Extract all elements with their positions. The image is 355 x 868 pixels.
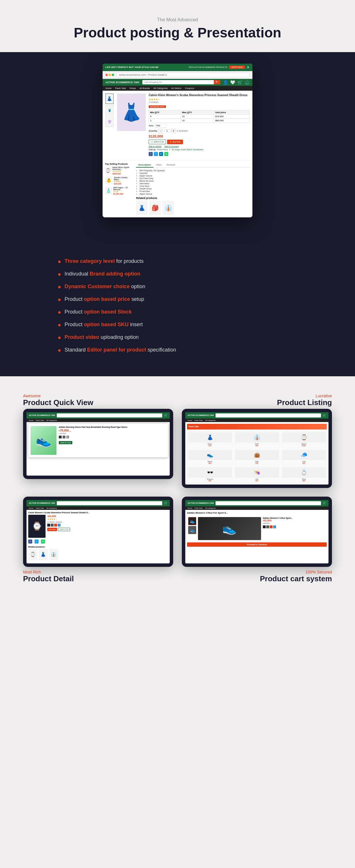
detail-rel-1[interactable]: ⌚ bbox=[28, 549, 37, 560]
linkedin-icon[interactable]: in bbox=[159, 152, 163, 156]
nav-categories[interactable]: All Categories bbox=[153, 87, 168, 90]
thumb-2[interactable]: 🩱 bbox=[106, 105, 114, 116]
quick-view-mainlabel: Product Quick View bbox=[23, 398, 173, 407]
compare-icon[interactable]: ⚖️ bbox=[245, 80, 249, 85]
cart-swatch-4[interactable] bbox=[273, 525, 276, 528]
top-product-price-3: $1,500,000 bbox=[113, 193, 134, 195]
list-item-4[interactable]: 👟 Shoes $65 bbox=[187, 449, 233, 465]
feature-after-7: uploading option bbox=[100, 334, 139, 340]
related-2[interactable]: 🎒 bbox=[149, 201, 161, 215]
tab-video[interactable]: Video bbox=[154, 163, 164, 167]
swatch-1[interactable] bbox=[59, 436, 62, 438]
cart-thumb-1[interactable]: 👟 bbox=[188, 517, 196, 525]
search-input[interactable] bbox=[142, 80, 214, 84]
list-item-7[interactable]: 🕶️ Glasses $55 bbox=[187, 466, 233, 483]
browser-nav-bar bbox=[102, 71, 253, 79]
cart-thumb-2[interactable]: 👟 bbox=[188, 526, 196, 534]
list-item-1[interactable]: 👗 Dress $25 bbox=[187, 431, 233, 448]
detail-wa[interactable]: w bbox=[41, 539, 45, 544]
browser-dots bbox=[106, 74, 114, 76]
shop-now-button[interactable]: SHOP NOW bbox=[229, 66, 245, 69]
feature-text-5: Product option based Stock bbox=[64, 308, 132, 315]
list-item-3[interactable]: ⌚ Watch $120 bbox=[281, 431, 327, 448]
nav-brands[interactable]: All Brands bbox=[140, 87, 150, 90]
list-item-9[interactable]: 💍 Ring $90 bbox=[281, 466, 327, 483]
expand-dot[interactable] bbox=[112, 74, 114, 76]
facebook-icon[interactable]: f bbox=[149, 152, 153, 156]
wishlist-icon[interactable]: 🤍 bbox=[230, 80, 235, 85]
detail-rel-3[interactable]: 👔 bbox=[49, 549, 58, 560]
cart-swatch-2[interactable] bbox=[266, 525, 269, 528]
list-item-8[interactable]: 👒 Hat $20 bbox=[234, 466, 280, 483]
swatch-3[interactable] bbox=[66, 436, 69, 438]
thumb-1[interactable]: 👗 bbox=[106, 94, 114, 104]
search-button[interactable]: 🔍 bbox=[214, 80, 220, 84]
nav-shops[interactable]: Shops bbox=[129, 87, 136, 90]
nav-coupons[interactable]: Coupons bbox=[185, 87, 194, 90]
list-item-6[interactable]: 🧢 Cap $15 bbox=[281, 449, 327, 465]
related-3[interactable]: 👔 bbox=[162, 201, 174, 215]
detail-nav: Home Flash Sale All Categories bbox=[27, 506, 170, 510]
product-stars: ★★★★☆ bbox=[149, 98, 249, 101]
detail-rel-2[interactable]: 👗 bbox=[39, 549, 48, 560]
detail-swatch-4[interactable] bbox=[58, 524, 60, 527]
product-title: Calvin Klein Women's Scuba Sleeveless Pr… bbox=[149, 94, 249, 97]
qv-nav-1: Home bbox=[29, 420, 33, 421]
twitter-icon[interactable]: t bbox=[154, 152, 158, 156]
quantity-input[interactable] bbox=[164, 129, 170, 132]
detail-share: f t w bbox=[28, 539, 168, 544]
tab-description[interactable]: Description bbox=[136, 163, 153, 167]
detail-fb[interactable]: f bbox=[28, 539, 32, 544]
list-item-5[interactable]: 👜 Bag $45 bbox=[234, 449, 280, 465]
compare-link[interactable]: Add to compare bbox=[165, 145, 179, 147]
product-info: Calvin Klein Women's Scuba Sleeveless Pr… bbox=[149, 94, 249, 157]
whatsapp-icon[interactable]: w bbox=[164, 152, 168, 156]
detail-main-img: ⌚ bbox=[28, 515, 46, 538]
add-to-cart-button[interactable]: 🛒 Add to Cart bbox=[149, 140, 166, 144]
thumb-3[interactable]: 👚 bbox=[106, 117, 114, 127]
cart-icon[interactable]: 🛒 bbox=[237, 80, 242, 85]
close-icon[interactable]: ✕ bbox=[247, 65, 249, 69]
minimize-dot[interactable] bbox=[109, 74, 111, 76]
url-bar[interactable] bbox=[116, 72, 249, 77]
qv-logo: ACTIVE ECOMMERCE CMS bbox=[29, 414, 55, 416]
size-input[interactable] bbox=[155, 124, 167, 127]
top-selling: Top Selling Products ⌚ Naish Men's Spark… bbox=[105, 163, 134, 215]
qv-add-cart-btn[interactable]: Add to Cart bbox=[59, 441, 72, 444]
qv-icons: 🛒 bbox=[164, 414, 168, 417]
nav-sellers[interactable]: All Sellers bbox=[171, 87, 181, 90]
nav-home[interactable]: Home bbox=[106, 87, 112, 90]
list-item-2[interactable]: 👔 Shirt $35 bbox=[234, 431, 280, 448]
cart-swatch-1[interactable] bbox=[263, 525, 266, 528]
listing-item: Lucrative Product Listing ACTIVE ECOMMER… bbox=[182, 394, 332, 488]
detail-swatch-1[interactable] bbox=[47, 524, 50, 527]
detail-cart-btn[interactable]: Add to Cart bbox=[58, 528, 70, 531]
desc-item-10: Zipper closure bbox=[140, 193, 250, 195]
checkout-button[interactable]: Proceed to Checkout bbox=[187, 542, 327, 547]
detail-swatch-3[interactable] bbox=[54, 524, 57, 527]
bullet-2: ● bbox=[58, 270, 61, 278]
swatch-2[interactable] bbox=[62, 436, 65, 438]
qv-swatches bbox=[59, 436, 166, 438]
feature-highlight-4: option based price bbox=[84, 296, 130, 302]
detail-buy-btn[interactable]: Buy Now bbox=[47, 528, 57, 531]
detail-swatch-2[interactable] bbox=[51, 524, 54, 527]
qty-plus[interactable]: + bbox=[171, 129, 176, 133]
max-1: 10 bbox=[181, 114, 214, 118]
qv-product-img: 👟 bbox=[31, 426, 57, 455]
cart-nav-3: All Categories bbox=[205, 507, 215, 509]
user-icon[interactable]: 👤 bbox=[223, 80, 228, 85]
detail-related-title: Related products bbox=[28, 546, 168, 548]
wishlist-link[interactable]: Add to wishlist bbox=[149, 145, 161, 147]
desc-item-1: 95% Polyester, 5% Spandex bbox=[140, 169, 250, 172]
detail-tw[interactable]: t bbox=[35, 539, 39, 544]
close-dot[interactable] bbox=[106, 74, 108, 76]
seller-name[interactable]: Prime Perry bbox=[157, 149, 168, 151]
tab-reviews[interactable]: Reviews bbox=[164, 163, 177, 167]
qty-minus[interactable]: - bbox=[158, 129, 163, 133]
nav-flash[interactable]: Flash Sale bbox=[115, 87, 126, 90]
cart-swatch-3[interactable] bbox=[270, 525, 273, 528]
list-img-4: 👟 bbox=[188, 450, 232, 460]
related-1[interactable]: 👗 bbox=[136, 201, 148, 215]
buy-now-button[interactable]: ⚡ Buy Now bbox=[167, 140, 183, 144]
